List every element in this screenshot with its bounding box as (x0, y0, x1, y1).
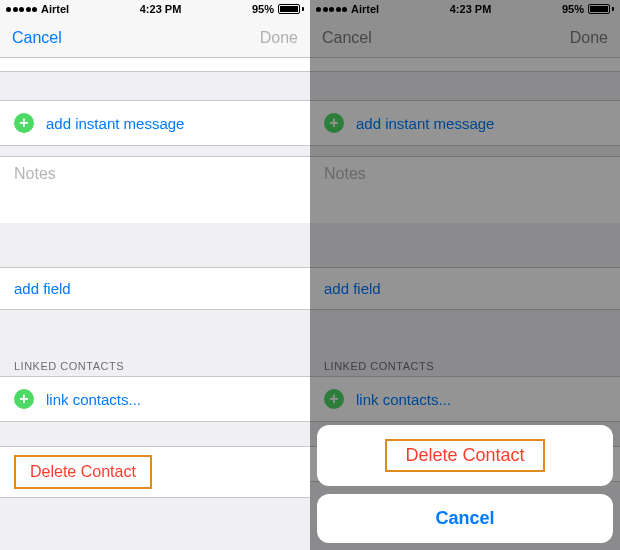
delete-contact-row[interactable]: Delete Contact (0, 446, 310, 498)
signal-dots-icon (6, 7, 37, 12)
battery-icon (278, 4, 304, 14)
add-im-label: add instant message (46, 115, 184, 132)
action-sheet: Delete Contact Cancel (317, 425, 613, 543)
carrier-label: Airtel (41, 3, 69, 15)
sheet-delete-button[interactable]: Delete Contact (317, 425, 613, 486)
plus-icon: + (14, 113, 34, 133)
add-instant-message-row[interactable]: + add instant message (0, 100, 310, 146)
done-button[interactable]: Done (260, 29, 298, 47)
sheet-delete-label: Delete Contact (405, 445, 524, 465)
nav-bar: Cancel Done (0, 18, 310, 58)
notes-placeholder: Notes (14, 165, 56, 182)
notes-field[interactable]: Notes (0, 156, 310, 223)
add-field-label: add field (14, 280, 71, 297)
contact-edit-content[interactable]: + add instant message Notes add field LI… (0, 58, 310, 550)
status-bar: Airtel 4:23 PM 95% (0, 0, 310, 18)
delete-contact-label: Delete Contact (30, 463, 136, 480)
plus-icon: + (14, 389, 34, 409)
cancel-button[interactable]: Cancel (12, 29, 62, 47)
battery-pct: 95% (252, 3, 274, 15)
linked-contacts-header: LINKED CONTACTS (0, 354, 310, 376)
add-field-row[interactable]: add field (0, 267, 310, 310)
clock-label: 4:23 PM (140, 3, 182, 15)
sheet-cancel-button[interactable]: Cancel (317, 494, 613, 543)
link-contacts-label: link contacts... (46, 391, 141, 408)
link-contacts-row[interactable]: + link contacts... (0, 376, 310, 422)
